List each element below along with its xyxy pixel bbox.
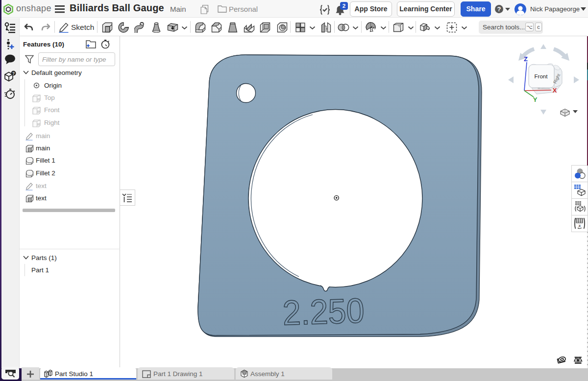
svg-text:2.250: 2.250 xyxy=(282,291,365,333)
svg-text:Front: Front xyxy=(535,73,548,79)
svg-text:?: ? xyxy=(12,71,15,76)
svg-text:Z: Z xyxy=(524,55,528,63)
svg-text:X: X xyxy=(553,87,557,94)
svg-text:Y: Y xyxy=(533,96,538,103)
svg-text:Bottom: Bottom xyxy=(538,88,550,90)
svg-text:x: x xyxy=(578,222,581,228)
